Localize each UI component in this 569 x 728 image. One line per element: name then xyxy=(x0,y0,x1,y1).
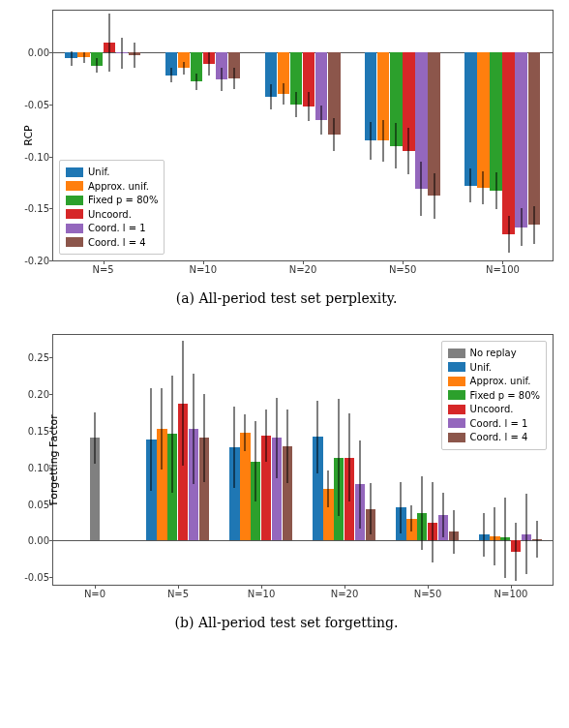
figure-b: Forgetting Factor -0.050.000.050.100.150… xyxy=(0,324,569,649)
caption-b: (b) All-period test set forgetting. xyxy=(14,615,559,630)
xtick-label: N=50 xyxy=(414,589,442,599)
legend-item: Coord. l = 1 xyxy=(448,417,540,431)
ytick-label: 0.00 xyxy=(28,535,49,546)
legend-item: Coord. l = 4 xyxy=(448,431,540,444)
xtick-label: N=50 xyxy=(389,264,417,275)
legend-item: Unif. xyxy=(448,361,540,375)
ytick-label: -0.05 xyxy=(24,99,49,109)
bar xyxy=(464,52,476,186)
legend-item: Coord. l = 4 xyxy=(66,236,158,250)
xtick-label: N=100 xyxy=(486,264,520,275)
legend-item: Fixed p = 80% xyxy=(448,389,540,403)
bar xyxy=(528,52,540,225)
legend-swatch xyxy=(448,405,465,414)
legend-item: Unif. xyxy=(66,166,158,179)
legend-swatch xyxy=(66,209,83,219)
legend-item: Approx. unif. xyxy=(448,375,540,388)
legend-swatch xyxy=(66,167,83,177)
legend-label: Approx. unif. xyxy=(470,375,531,388)
legend: No replayUnif.Approx. unif.Fixed p = 80%… xyxy=(441,341,547,450)
legend-label: Coord. l = 4 xyxy=(88,236,146,250)
legend-label: Approx. unif. xyxy=(88,180,149,194)
xtick-label: N=20 xyxy=(331,589,359,599)
legend-label: Unif. xyxy=(470,361,492,375)
ytick-label: 0.20 xyxy=(28,388,49,399)
ytick-label: 0.05 xyxy=(28,499,49,509)
xtick-label: N=20 xyxy=(289,264,317,275)
legend-label: No replay xyxy=(470,347,517,360)
legend-swatch xyxy=(448,362,465,372)
legend-swatch xyxy=(448,418,465,428)
xtick-label: N=5 xyxy=(92,264,113,275)
ytick-label: -0.05 xyxy=(24,572,49,583)
legend-label: Coord. l = 1 xyxy=(88,222,146,235)
legend-swatch xyxy=(66,181,83,191)
legend-item: Uncoord. xyxy=(448,403,540,416)
legend-label: Fixed p = 80% xyxy=(470,389,540,403)
legend-swatch xyxy=(66,196,83,205)
legend-label: Uncoord. xyxy=(470,403,514,416)
legend-swatch xyxy=(448,433,465,442)
legend-label: Coord. l = 1 xyxy=(470,417,528,431)
legend-item: No replay xyxy=(448,347,540,360)
caption-a: (a) All-period test set perplexity. xyxy=(14,290,559,306)
legend-label: Coord. l = 4 xyxy=(470,431,528,444)
ytick-label: 0.25 xyxy=(28,351,49,362)
bar xyxy=(490,52,501,191)
xtick-label: N=5 xyxy=(167,589,189,599)
legend-swatch xyxy=(66,224,83,233)
xtick-label: N=10 xyxy=(190,264,218,275)
legend-item: Approx. unif. xyxy=(66,180,158,194)
chart-b-plot-area: Forgetting Factor -0.050.000.050.100.150… xyxy=(52,334,554,586)
ytick-label: 0.00 xyxy=(28,47,49,58)
bar xyxy=(515,52,526,228)
chart-a-ylabel: RCP xyxy=(22,125,35,145)
legend-label: Fixed p = 80% xyxy=(88,194,158,207)
legend-swatch xyxy=(66,237,83,247)
legend-label: Unif. xyxy=(88,166,109,179)
legend-swatch xyxy=(448,349,465,358)
ytick-label: 0.15 xyxy=(28,425,49,436)
xtick-label: N=100 xyxy=(494,589,528,599)
xtick-label: N=10 xyxy=(248,589,276,599)
figure-a: RCP -0.20-0.15-0.10-0.050.00N=5N=10N=20N… xyxy=(0,0,569,324)
chart-a-plot-area: RCP -0.20-0.15-0.10-0.050.00N=5N=10N=20N… xyxy=(52,10,554,261)
legend-item: Fixed p = 80% xyxy=(66,194,158,207)
legend-item: Coord. l = 1 xyxy=(66,222,158,235)
legend: Unif.Approx. unif.Fixed p = 80%Uncoord.C… xyxy=(59,160,165,255)
ytick-label: 0.10 xyxy=(28,462,49,472)
legend-label: Uncoord. xyxy=(88,208,132,222)
legend-swatch xyxy=(448,390,465,400)
xtick-label: N=0 xyxy=(84,589,105,599)
bar xyxy=(502,52,514,234)
bar xyxy=(477,52,489,188)
ytick-label: -0.10 xyxy=(24,151,49,162)
ytick-label: -0.20 xyxy=(24,256,49,266)
legend-item: Uncoord. xyxy=(66,208,158,222)
legend-swatch xyxy=(448,377,465,386)
ytick-label: -0.15 xyxy=(24,203,49,214)
